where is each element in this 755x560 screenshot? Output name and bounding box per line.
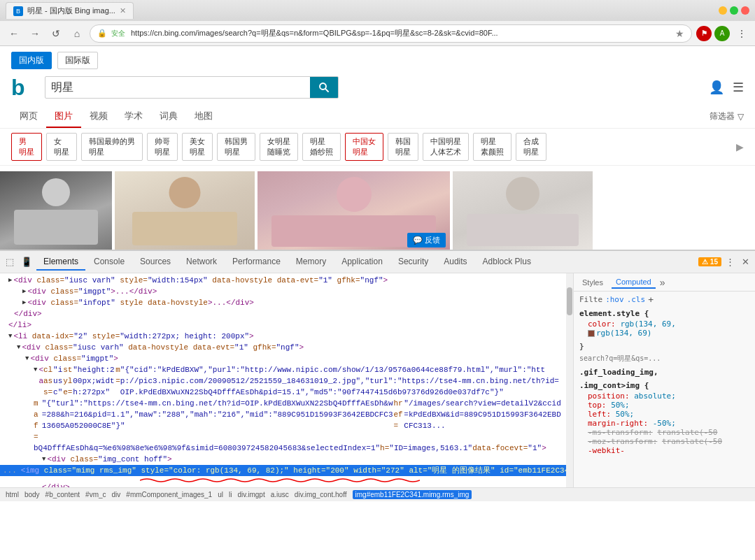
selected-code-line[interactable]: ... <img class="mimg rms_img" style="col…: [0, 465, 566, 476]
devtools-tab-memory[interactable]: Memory: [289, 254, 333, 271]
breadcrumb-item-li[interactable]: li: [229, 491, 232, 498]
image-item-4[interactable]: [453, 171, 593, 250]
filter-tag-4[interactable]: 美女明星: [182, 133, 213, 161]
image-item-1[interactable]: [0, 171, 112, 250]
filter-tag-6[interactable]: 女明星随睡览: [260, 133, 298, 161]
nav-tab-images[interactable]: 图片: [46, 106, 81, 128]
devtools-tab-console[interactable]: Console: [87, 254, 132, 271]
filter-tag-2[interactable]: 韩国最帅的男明星: [81, 133, 143, 161]
styles-more-icon[interactable]: »: [660, 277, 665, 288]
bing-menu-icon[interactable]: ☰: [733, 80, 744, 95]
code-attr: class=: [36, 275, 64, 286]
tab-close-button[interactable]: ✕: [120, 6, 126, 15]
devtools-scroll-thumb[interactable]: [567, 287, 572, 315]
browser-menu-button[interactable]: ⋮: [734, 28, 749, 39]
region-tab-domestic[interactable]: 国内版: [11, 52, 52, 69]
filter-tag-7[interactable]: 明星婚纱照: [302, 133, 341, 161]
squiggle-line: [0, 476, 566, 482]
back-button[interactable]: ←: [6, 25, 22, 42]
collapse-triangle[interactable]: ▼: [8, 331, 12, 342]
devtools-scrollbar[interactable]: [566, 273, 573, 487]
cls-label[interactable]: .cls: [627, 295, 646, 304]
filter-tag-9[interactable]: 韩国明星: [388, 133, 418, 161]
collapse-triangle[interactable]: ▼: [42, 454, 45, 465]
image-item-2[interactable]: [115, 171, 255, 250]
home-button[interactable]: ⌂: [69, 25, 85, 42]
devtools-overflow-icon[interactable]: ⋮: [723, 255, 738, 268]
filter-tag-3[interactable]: 帅哥明星: [147, 133, 178, 161]
devtools-tab-network[interactable]: Network: [179, 254, 224, 271]
breadcrumb-item-divimgcont[interactable]: div.img_cont.hoff: [295, 491, 347, 498]
collapse-triangle[interactable]: ▼: [25, 353, 29, 364]
color-swatch[interactable]: [588, 330, 595, 337]
breadcrumb-item-mmcomponent[interactable]: #mmComponent_images_1: [126, 491, 212, 498]
breadcrumb-item-ul[interactable]: ul: [218, 491, 223, 498]
devtools-tab-application[interactable]: Application: [334, 254, 390, 271]
devtools-tab-sources[interactable]: Sources: [133, 254, 178, 271]
minimize-button[interactable]: [719, 6, 727, 15]
image-item-3[interactable]: 💬 反馈: [257, 171, 450, 250]
filter-tag-11[interactable]: 明星素颜照: [473, 133, 511, 161]
collapse-triangle[interactable]: ▶: [22, 286, 26, 297]
code-tag: </div>: [14, 308, 42, 320]
user-icon[interactable]: 👤: [709, 80, 724, 95]
address-bar[interactable]: 🔒 安全 https://cn.bing.com/images/search?q…: [90, 24, 692, 43]
filter-tag-8[interactable]: 中国女明星: [345, 133, 383, 161]
filter-tag-12[interactable]: 合成明星: [516, 133, 546, 161]
search-input[interactable]: [51, 81, 304, 94]
hov-label[interactable]: :hov: [605, 295, 624, 304]
css-block-element-style: element.style { color: rgb(134, 69, rgb(…: [579, 309, 749, 351]
nav-tab-dictionary[interactable]: 词典: [151, 106, 186, 128]
filter-tag-5[interactable]: 韩国男明星: [217, 133, 255, 161]
close-button[interactable]: [741, 6, 749, 15]
breadcrumb-item-bcontent[interactable]: #b_content: [45, 491, 80, 498]
breadcrumb-item-html[interactable]: html: [6, 491, 19, 498]
filter-button[interactable]: 筛选器 ▽: [710, 110, 744, 128]
code-attr-val: "img_cont hoff": [98, 454, 167, 465]
collapse-triangle[interactable]: ▼: [17, 342, 20, 353]
forward-button[interactable]: →: [27, 25, 43, 42]
filter-tag-1[interactable]: 女明星: [46, 133, 77, 161]
filter-tag-more-arrow[interactable]: ▶: [736, 141, 744, 152]
collapse-triangle[interactable]: ▶: [22, 297, 26, 308]
search-button[interactable]: [310, 77, 338, 98]
styles-tab[interactable]: Styles: [578, 277, 607, 288]
search-icon: [318, 81, 330, 94]
collapse-triangle[interactable]: ▶: [8, 275, 12, 286]
devtools-device-toggle[interactable]: 📱: [18, 255, 35, 268]
computed-tab[interactable]: Computed: [612, 276, 656, 289]
search-box[interactable]: [45, 76, 339, 99]
nav-tab-webpage[interactable]: 网页: [11, 106, 46, 128]
breadcrumb-item-vmc[interactable]: #vm_c: [85, 491, 106, 498]
devtools-tab-audits[interactable]: Audits: [437, 254, 474, 271]
breadcrumb-item-body[interactable]: body: [24, 491, 40, 498]
nav-tab-academic[interactable]: 学术: [116, 106, 151, 128]
filter-tag-0[interactable]: 男明星: [11, 133, 42, 161]
refresh-button[interactable]: ↺: [48, 25, 64, 42]
devtools-close-icon[interactable]: ✕: [739, 255, 752, 268]
region-tab-international[interactable]: 国际版: [57, 52, 98, 69]
filter-tag-10[interactable]: 中国明星人体艺术: [423, 133, 469, 161]
devtools-tab-adblock[interactable]: Adblock Plus: [476, 254, 538, 271]
ext-icon-green[interactable]: A: [714, 26, 730, 41]
code-attr-val: "imgpt": [78, 286, 111, 297]
feedback-button[interactable]: 💬 反馈: [407, 233, 446, 247]
browser-tab[interactable]: B 明星 - 国内版 Bing imag... ✕: [6, 2, 134, 19]
devtools-tab-performance[interactable]: Performance: [225, 254, 288, 271]
devtools-element-selector[interactable]: ⬚: [3, 255, 17, 268]
css-source-link[interactable]: search?q=明星&qs=...: [579, 354, 749, 364]
nav-tab-video[interactable]: 视频: [81, 106, 116, 128]
nav-tab-map[interactable]: 地图: [186, 106, 221, 128]
breadcrumb-item-aiusc[interactable]: a.iusc: [271, 491, 289, 498]
bookmark-star-icon[interactable]: ★: [675, 28, 684, 39]
ext-icon-red[interactable]: ⚑: [696, 26, 712, 41]
breadcrumb-item-div[interactable]: div: [112, 491, 121, 498]
breadcrumb-selected[interactable]: img#emb11FE2C341.mimg.rms_img: [353, 490, 472, 499]
devtools-tab-elements[interactable]: Elements: [36, 254, 85, 271]
add-rule-button[interactable]: +: [648, 294, 654, 305]
maximize-button[interactable]: [730, 6, 738, 15]
devtools-tab-security[interactable]: Security: [391, 254, 435, 271]
breadcrumb-item-divimgpt[interactable]: div.imgpt: [237, 491, 264, 498]
bing-top-right: 👤 ☰: [347, 80, 744, 95]
collapse-triangle[interactable]: ▼: [34, 364, 37, 375]
